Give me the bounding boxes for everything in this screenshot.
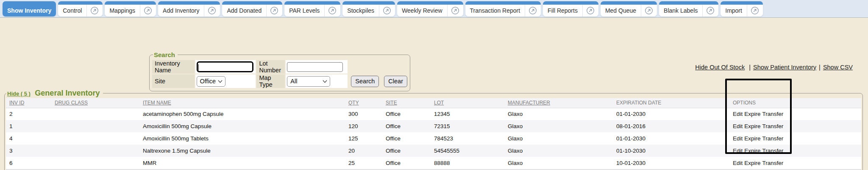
cell-options: EditExpireTransfer bbox=[729, 157, 861, 169]
col-header-item-name[interactable]: ITEM NAME bbox=[139, 98, 345, 108]
cell-qty: 20 bbox=[345, 145, 382, 157]
open-in-new-window-icon[interactable] bbox=[208, 6, 216, 15]
tab-divider bbox=[324, 5, 325, 16]
col-header-lot[interactable]: LOT bbox=[431, 98, 504, 108]
col-header-inv-id[interactable]: INV ID bbox=[6, 98, 51, 108]
open-in-new-window-icon[interactable] bbox=[383, 6, 391, 15]
edit-link[interactable]: Edit bbox=[733, 111, 743, 117]
map-type-select[interactable]: All bbox=[287, 76, 330, 87]
clear-button[interactable]: Clear bbox=[384, 76, 407, 87]
transfer-link[interactable]: Transfer bbox=[762, 160, 784, 166]
open-in-new-window-icon[interactable] bbox=[706, 6, 715, 15]
tab-divider bbox=[747, 5, 747, 16]
tab-blank-labels[interactable]: Blank Labels bbox=[659, 1, 718, 16]
col-header-label[interactable]: INV ID bbox=[9, 100, 24, 106]
tab-label: Stockpiles bbox=[346, 7, 375, 14]
tab-top-accent bbox=[659, 1, 718, 5]
tab-control[interactable]: Control bbox=[58, 1, 103, 16]
cell-options: EditExpireTransfer bbox=[729, 132, 861, 145]
tab-par-levels[interactable]: PAR Levels bbox=[284, 1, 340, 16]
edit-link[interactable]: Edit bbox=[733, 135, 743, 142]
table-header-row: INV IDDRUG CLASSITEM NAMEQTYSITELOTMANUF… bbox=[6, 98, 861, 108]
transfer-link[interactable]: Transfer bbox=[762, 111, 784, 117]
tab-show-inventory[interactable]: Show Inventory bbox=[3, 1, 56, 16]
cell-item-name: MMR bbox=[139, 157, 345, 169]
inventory-name-input[interactable] bbox=[197, 61, 253, 72]
col-header-label[interactable]: ITEM NAME bbox=[143, 100, 171, 106]
tab-top-accent bbox=[284, 1, 340, 5]
cell-site: Office bbox=[382, 132, 431, 145]
open-in-new-window-icon[interactable] bbox=[451, 6, 459, 15]
tab-add-donated[interactable]: Add Donated bbox=[222, 1, 282, 16]
cell-expiration-date: 01-01-2030 bbox=[613, 132, 729, 145]
expire-link[interactable]: Expire bbox=[744, 160, 760, 166]
show-patient-inventory-link[interactable]: Show Patient Inventory bbox=[753, 64, 816, 71]
tab-weekly-review[interactable]: Weekly Review bbox=[397, 1, 463, 16]
cell-inv-id: 3 bbox=[6, 145, 51, 157]
top-nav-bar: Show InventoryControlMappingsAdd Invento… bbox=[0, 0, 868, 18]
col-header-site[interactable]: SITE bbox=[382, 98, 431, 108]
transfer-link[interactable]: Transfer bbox=[762, 148, 784, 154]
cell-site: Office bbox=[382, 157, 431, 169]
col-header-label[interactable]: SITE bbox=[386, 100, 397, 106]
tab-divider bbox=[447, 5, 448, 16]
tab-fill-reports[interactable]: Fill Reports bbox=[543, 1, 598, 16]
search-button[interactable]: Search bbox=[351, 76, 379, 87]
expire-link[interactable]: Expire bbox=[744, 148, 760, 154]
expire-link[interactable]: Expire bbox=[744, 111, 760, 117]
cell-site: Office bbox=[382, 120, 431, 132]
open-in-new-window-icon[interactable] bbox=[751, 6, 759, 15]
col-header-label[interactable]: MANUFACTURER bbox=[508, 100, 550, 106]
chevron-down-icon bbox=[218, 80, 223, 83]
open-in-new-window-icon[interactable] bbox=[645, 6, 653, 15]
cell-expiration-date: 08-01-2016 bbox=[613, 120, 729, 132]
general-inventory-title: General Inventory bbox=[35, 89, 100, 97]
expire-link[interactable]: Expire bbox=[744, 123, 760, 129]
tab-transaction-report[interactable]: Transaction Report bbox=[465, 1, 541, 16]
cell-qty: 120 bbox=[345, 120, 382, 132]
open-in-new-window-icon[interactable] bbox=[328, 6, 337, 15]
cell-qty: 300 bbox=[345, 108, 382, 120]
lot-number-label: Lot Number bbox=[256, 60, 285, 74]
edit-link[interactable]: Edit bbox=[733, 123, 743, 129]
inventory-table: INV IDDRUG CLASSITEM NAMEQTYSITELOTMANUF… bbox=[6, 98, 861, 170]
tab-med-queue[interactable]: Med Queue bbox=[601, 1, 657, 16]
open-in-new-window-icon[interactable] bbox=[270, 6, 278, 15]
col-header-manufacturer[interactable]: MANUFACTURER bbox=[504, 98, 613, 108]
col-header-label[interactable]: DRUG CLASS bbox=[55, 100, 88, 106]
expire-link[interactable]: Expire bbox=[744, 135, 760, 142]
cell-lot: 54545555 bbox=[431, 145, 504, 157]
cell-expiration-date: 01-01-2030 bbox=[613, 108, 729, 120]
cell-drug-class bbox=[51, 157, 139, 169]
open-in-new-window-icon[interactable] bbox=[586, 6, 595, 15]
col-header-label[interactable]: LOT bbox=[434, 100, 444, 106]
hide-out-of-stock-link[interactable]: Hide Out Of Stock bbox=[695, 64, 745, 71]
tab-top-accent bbox=[397, 1, 463, 5]
site-select-value: Office bbox=[200, 78, 216, 85]
site-select[interactable]: Office bbox=[197, 76, 225, 87]
col-header-drug-class[interactable]: DRUG CLASS bbox=[51, 98, 139, 108]
open-in-new-window-icon[interactable] bbox=[144, 6, 152, 15]
tab-stockpiles[interactable]: Stockpiles bbox=[342, 1, 395, 16]
tab-add-inventory[interactable]: Add Inventory bbox=[158, 1, 220, 16]
edit-link[interactable]: Edit bbox=[733, 160, 743, 166]
tab-divider bbox=[582, 5, 583, 16]
transfer-link[interactable]: Transfer bbox=[762, 135, 784, 142]
lot-number-input[interactable] bbox=[287, 62, 343, 72]
open-in-new-window-icon[interactable] bbox=[529, 6, 537, 15]
tab-divider bbox=[86, 5, 87, 16]
edit-link[interactable]: Edit bbox=[733, 148, 743, 154]
col-header-label[interactable]: QTY bbox=[348, 100, 359, 106]
tab-import[interactable]: Import bbox=[721, 1, 763, 16]
tab-mappings[interactable]: Mappings bbox=[105, 1, 156, 16]
cell-qty: 25 bbox=[345, 157, 382, 169]
table-row: 6MMR25Office88888Glaxo10-01-2030EditExpi… bbox=[6, 157, 861, 169]
cell-site: Office bbox=[382, 145, 431, 157]
open-in-new-window-icon[interactable] bbox=[90, 6, 99, 15]
cell-drug-class bbox=[51, 132, 139, 145]
transfer-link[interactable]: Transfer bbox=[762, 123, 784, 129]
hide-count-link[interactable]: Hide ( 5 ) bbox=[7, 90, 31, 97]
show-csv-link[interactable]: Show CSV bbox=[823, 64, 853, 71]
col-header-qty[interactable]: QTY bbox=[345, 98, 382, 108]
tab-label: Import bbox=[724, 7, 743, 14]
